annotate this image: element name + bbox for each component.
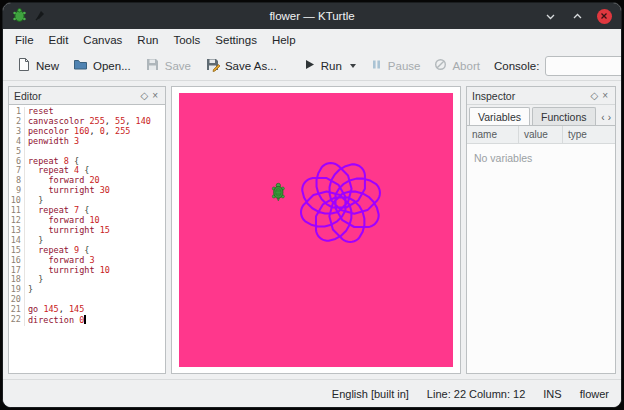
inspector-panel-header: Inspector ◇ × — [467, 87, 615, 104]
abort-button-label: Abort — [452, 60, 480, 72]
app-icon — [12, 8, 27, 25]
save-icon — [145, 57, 160, 74]
column-name[interactable]: name — [467, 126, 519, 143]
pin-icon[interactable] — [34, 9, 46, 23]
line-number: 22 — [9, 315, 25, 326]
open-folder-icon — [73, 57, 88, 74]
line-text: penwidth 3 — [28, 137, 79, 147]
column-type[interactable]: type — [563, 126, 615, 143]
console-input[interactable] — [545, 56, 622, 76]
variables-table-header: name value type — [467, 126, 615, 144]
menu-run[interactable]: Run — [130, 32, 165, 48]
inspector-panel: Inspector ◇ × Variables Functions ‹ › na… — [466, 86, 616, 374]
line-text: direction 0 — [28, 315, 86, 326]
text-cursor — [84, 315, 86, 324]
save-as-button-label: Save As... — [225, 60, 277, 72]
run-dropdown-icon[interactable] — [350, 64, 356, 68]
menu-file[interactable]: File — [8, 32, 41, 48]
tab-scroll-right-icon[interactable]: › — [608, 112, 611, 123]
window-title: flower — KTurtle — [107, 10, 517, 22]
code-line[interactable]: 21go 145, 145 — [9, 305, 165, 315]
no-variables-text: No variables — [467, 144, 615, 172]
editor-float-button[interactable]: ◇ — [138, 91, 150, 101]
save-as-button[interactable]: Save As... — [199, 53, 283, 78]
close-icon — [597, 9, 612, 24]
menu-help[interactable]: Help — [265, 32, 303, 48]
code-line[interactable]: 19} — [9, 285, 165, 295]
status-script-name: flower — [580, 388, 609, 400]
menu-edit[interactable]: Edit — [42, 32, 76, 48]
tab-scroll-left-icon[interactable]: ‹ — [601, 112, 604, 123]
open-button-label: Open... — [93, 60, 131, 72]
menubar: File Edit Canvas Run Tools Settings Help — [3, 29, 621, 51]
titlebar: flower — KTurtle — [3, 3, 621, 29]
editor-close-button[interactable]: × — [150, 91, 160, 101]
menu-settings[interactable]: Settings — [208, 32, 264, 48]
status-language: English [built in] — [332, 388, 409, 400]
pause-icon — [370, 58, 383, 73]
new-document-icon — [16, 57, 31, 74]
titlebar-right — [517, 8, 612, 24]
menu-tools[interactable]: Tools — [166, 32, 207, 48]
new-button-label: New — [36, 60, 59, 72]
inspector-float-button[interactable]: ◇ — [588, 91, 600, 101]
line-text: } — [28, 285, 33, 295]
console-group: Console: — [494, 56, 622, 76]
tab-scroll-buttons: ‹ › — [601, 112, 613, 125]
new-button[interactable]: New — [10, 53, 65, 78]
code-line[interactable]: 22direction 0 — [9, 315, 165, 326]
status-insert-mode: INS — [543, 388, 561, 400]
inspector-close-button[interactable]: × — [600, 91, 610, 101]
status-cursor-position: Line: 22 Column: 12 — [427, 388, 525, 400]
inspector-tabbar: Variables Functions ‹ › — [467, 104, 615, 125]
code-lines: 1reset2canvascolor 255, 55, 1403pencolor… — [9, 107, 165, 326]
save-button[interactable]: Save — [139, 53, 197, 78]
code-line[interactable]: 4penwidth 3 — [9, 137, 165, 147]
statusbar: English [built in] Line: 22 Column: 12 I… — [3, 379, 621, 407]
pause-button-label: Pause — [388, 60, 421, 72]
abort-icon — [434, 58, 447, 73]
line-number: 16 — [9, 256, 25, 266]
editor-panel-header: Editor ◇ × — [9, 87, 165, 104]
pause-button[interactable]: Pause — [364, 54, 427, 77]
run-button[interactable]: Run — [297, 54, 362, 77]
toolbar: New Open... Save Save As... Run — [3, 51, 621, 81]
save-as-icon — [205, 57, 220, 74]
open-button[interactable]: Open... — [67, 53, 137, 78]
variables-table: name value type No variables — [467, 125, 615, 373]
minimize-button[interactable] — [542, 8, 558, 24]
maximize-button[interactable] — [569, 8, 585, 24]
editor-panel-title: Editor — [14, 90, 41, 102]
abort-button[interactable]: Abort — [428, 54, 486, 77]
inspector-panel-title: Inspector — [472, 90, 515, 102]
turtle-canvas — [179, 93, 453, 367]
menu-canvas[interactable]: Canvas — [76, 32, 129, 48]
close-button[interactable] — [596, 8, 612, 24]
main-area: Editor ◇ × 1reset2canvascolor 255, 55, 1… — [3, 81, 621, 379]
editor-panel: Editor ◇ × 1reset2canvascolor 255, 55, 1… — [8, 86, 166, 374]
code-editor[interactable]: 1reset2canvascolor 255, 55, 1403pencolor… — [9, 104, 165, 373]
line-text: go 145, 145 — [28, 305, 84, 315]
tab-variables[interactable]: Variables — [469, 107, 530, 125]
save-button-label: Save — [165, 60, 191, 72]
run-play-icon — [303, 58, 316, 73]
console-label: Console: — [494, 60, 539, 72]
tab-functions[interactable]: Functions — [532, 107, 596, 125]
kturtle-window: flower — KTurtle File Edit Canvas Run To… — [2, 2, 622, 408]
canvas-view — [171, 86, 461, 374]
titlebar-left — [12, 8, 107, 25]
column-value[interactable]: value — [519, 126, 563, 143]
run-button-label: Run — [321, 60, 342, 72]
